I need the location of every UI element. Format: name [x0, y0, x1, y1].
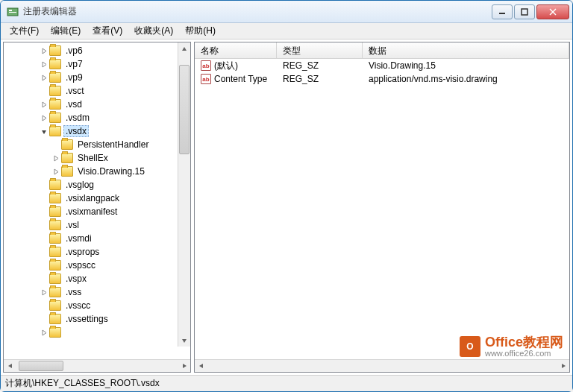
tree-row[interactable]: .vspscc — [4, 259, 190, 272]
expand-icon[interactable] — [51, 154, 60, 162]
tree-row[interactable]: .vsmdi — [4, 232, 190, 245]
tree-label: .vssettings — [63, 313, 110, 325]
cell-type: REG_SZ — [277, 73, 363, 85]
folder-icon — [49, 233, 61, 244]
close-button[interactable] — [536, 4, 569, 19]
scroll-thumb[interactable] — [19, 361, 63, 371]
tree-row[interactable]: .vsglog — [4, 178, 190, 192]
tree-label: .vss — [63, 286, 84, 298]
list-horizontal-scrollbar[interactable] — [195, 359, 569, 372]
list-row[interactable]: ab(默认)REG_SZVisio.Drawing.15 — [195, 59, 569, 72]
minimize-button[interactable] — [492, 4, 513, 19]
tree-row[interactable]: .vp9 — [4, 71, 190, 84]
list-row[interactable]: abContent TypeREG_SZapplication/vnd.ms-v… — [195, 72, 569, 86]
tree-row[interactable]: .vsdm — [4, 111, 190, 124]
tree-row[interactable]: .vsscc — [4, 299, 190, 312]
expand-icon[interactable] — [40, 73, 48, 82]
tree-row[interactable]: .vsixlangpack — [4, 192, 190, 205]
expand-icon[interactable] — [51, 167, 60, 176]
tree-label: .vp6 — [63, 45, 85, 57]
tree-label: .vsdm — [63, 112, 92, 124]
string-value-icon: ab — [201, 74, 211, 84]
expander-placeholder — [40, 234, 48, 243]
registry-tree[interactable]: .vp6.vp7.vp9.vsct.vsd.vsdm.vsdxPersisten… — [4, 42, 190, 341]
scroll-left-arrow[interactable] — [4, 360, 16, 373]
tree-pane: .vp6.vp7.vp9.vsct.vsd.vsdm.vsdxPersisten… — [3, 42, 191, 373]
tree-label: .vsscc — [63, 300, 93, 312]
list-body[interactable]: ab(默认)REG_SZVisio.Drawing.15abContent Ty… — [195, 59, 569, 359]
tree-vertical-scrollbar[interactable] — [178, 42, 190, 347]
svg-marker-20 — [183, 364, 187, 368]
expand-icon[interactable] — [40, 288, 48, 297]
tree-row[interactable]: .vp6 — [4, 44, 190, 57]
maximize-button[interactable] — [514, 4, 535, 19]
tree-row[interactable]: .vsl — [4, 218, 190, 232]
tree-label: .vsglog — [63, 179, 96, 191]
svg-marker-17 — [182, 47, 187, 51]
tree-label: .vsmdi — [63, 233, 94, 244]
expander-placeholder — [40, 247, 48, 256]
menu-favorites[interactable]: 收藏夹(A) — [128, 23, 179, 39]
svg-marker-14 — [54, 169, 58, 174]
folder-icon — [49, 206, 61, 217]
tree-label: .vsd — [63, 98, 84, 110]
menu-help[interactable]: 帮助(H) — [179, 23, 222, 39]
menu-view[interactable]: 查看(V) — [87, 23, 128, 39]
menu-file[interactable]: 文件(F) — [4, 23, 45, 39]
column-data[interactable]: 数据 — [363, 42, 569, 58]
menu-edit[interactable]: 编辑(E) — [45, 23, 87, 39]
expand-icon[interactable] — [40, 46, 48, 55]
scroll-down-arrow[interactable] — [178, 334, 190, 347]
folder-icon — [49, 327, 61, 338]
scroll-up-arrow[interactable] — [178, 42, 190, 55]
expand-icon[interactable] — [40, 113, 48, 122]
folder-icon — [49, 72, 61, 83]
folder-icon — [49, 99, 61, 110]
tree-row[interactable]: Visio.Drawing.15 — [4, 165, 190, 178]
folder-icon — [61, 153, 73, 163]
status-path: 计算机\HKEY_CLASSES_ROOT\.vsdx — [5, 377, 160, 390]
svg-marker-18 — [182, 339, 187, 343]
folder-icon — [49, 193, 61, 203]
column-type[interactable]: 类型 — [277, 42, 363, 58]
tree-row[interactable] — [4, 326, 190, 339]
registry-editor-window: 注册表编辑器 文件(F) 编辑(E) 查看(V) 收藏夹(A) 帮助(H) .v… — [0, 0, 573, 392]
expander-placeholder — [40, 274, 48, 283]
scroll-right-arrow[interactable] — [557, 360, 569, 373]
folder-icon — [49, 314, 61, 324]
tree-row[interactable]: .vsdx — [4, 124, 190, 138]
svg-marker-13 — [54, 156, 58, 161]
column-name[interactable]: 名称 — [195, 42, 277, 58]
expand-icon[interactable] — [40, 60, 48, 69]
expand-icon[interactable] — [40, 100, 48, 109]
tree-label: .vsprops — [63, 246, 101, 258]
svg-marker-16 — [43, 330, 46, 335]
svg-marker-12 — [42, 130, 46, 134]
collapse-icon[interactable] — [40, 127, 48, 136]
scroll-right-arrow[interactable] — [178, 360, 190, 373]
scroll-thumb[interactable] — [179, 65, 190, 154]
tree-horizontal-scrollbar[interactable] — [4, 359, 190, 372]
tree-row[interactable]: ShellEx — [4, 151, 190, 165]
tree-row[interactable]: .vsprops — [4, 245, 190, 259]
tree-label: .vsl — [63, 219, 81, 231]
svg-marker-11 — [43, 116, 46, 121]
svg-rect-4 — [522, 9, 527, 15]
tree-row[interactable]: .vsd — [4, 98, 190, 111]
watermark-brand: Office教程网 — [485, 335, 563, 349]
tree-row[interactable]: .vsct — [4, 84, 190, 98]
scroll-left-arrow[interactable] — [195, 360, 207, 373]
titlebar[interactable]: 注册表编辑器 — [1, 1, 572, 23]
cell-name: abContent Type — [195, 73, 277, 85]
tree-row[interactable]: .vp7 — [4, 57, 190, 71]
svg-marker-9 — [43, 75, 46, 80]
tree-row[interactable]: .vsixmanifest — [4, 205, 190, 218]
tree-row[interactable]: .vssettings — [4, 312, 190, 326]
value-name: Content Type — [214, 74, 267, 84]
tree-row[interactable]: PersistentHandler — [4, 138, 190, 151]
tree-row[interactable]: .vspx — [4, 272, 190, 285]
folder-icon — [49, 86, 61, 96]
tree-row[interactable]: .vss — [4, 285, 190, 299]
tree-label: .vspscc — [63, 259, 98, 271]
expand-icon[interactable] — [40, 328, 48, 337]
